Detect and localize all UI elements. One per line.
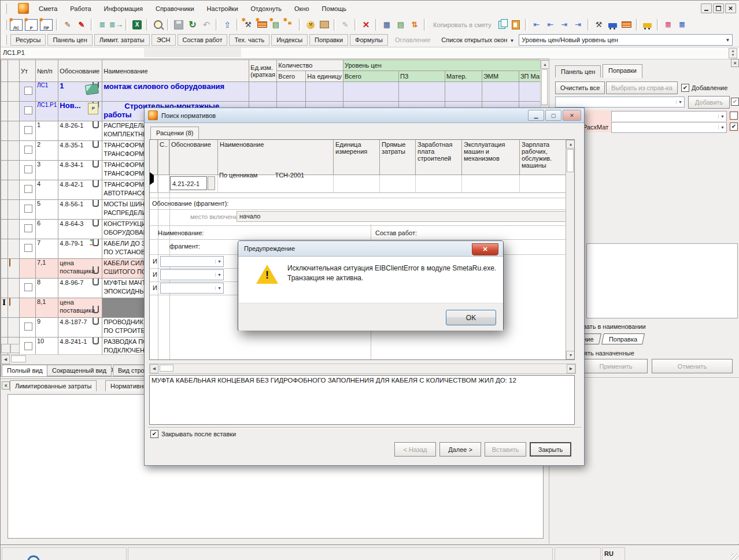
work-price-icon[interactable]: ⚒: [304, 18, 317, 31]
menu-item[interactable]: Справочники: [149, 3, 201, 14]
adding-checkbox[interactable]: ✔: [681, 84, 689, 92]
panel-tab[interactable]: Оглавление: [390, 34, 435, 46]
choose-from-reference-button[interactable]: Выбрать из справ-ка: [606, 81, 678, 94]
row-number[interactable]: ЛС1.Р1: [36, 102, 58, 121]
col-basis[interactable]: Обоснование: [169, 140, 218, 175]
calculator-icon[interactable]: ▦: [380, 18, 394, 31]
add-button[interactable]: Добавить: [688, 96, 730, 109]
new-section-button[interactable]: ✱Р: [25, 19, 38, 31]
include-place-field[interactable]: начало: [237, 211, 574, 222]
correction-combo[interactable]: ▼: [555, 97, 685, 107]
panel-tab[interactable]: ЭСН: [152, 34, 176, 46]
toolbar-grip[interactable]: [3, 20, 7, 30]
restore-icon[interactable]: [713, 3, 724, 13]
col-c[interactable]: С..: [158, 140, 169, 175]
col-price-level[interactable]: Уровень цен: [343, 60, 557, 71]
scroll-thumb[interactable]: [160, 365, 173, 372]
tab-price-panel[interactable]: Панель цен: [555, 65, 601, 77]
add-comment-icon[interactable]: ✱❝: [283, 18, 297, 31]
table-row[interactable]: I ЛС1 1 P +‒ монтаж силового оборудовани…: [1, 82, 557, 102]
insert-button[interactable]: Вставить: [485, 442, 526, 457]
row-number[interactable]: ЛС1: [36, 82, 58, 102]
row-number[interactable]: 3: [36, 161, 58, 180]
tab-limited-costs[interactable]: Лимитированные затраты: [10, 380, 97, 391]
tree-move-icon[interactable]: ≣→: [109, 18, 123, 31]
transport-icon[interactable]: [641, 18, 655, 31]
col-pl-pz[interactable]: ПЗ: [398, 71, 445, 82]
tab-full-view[interactable]: Полный вид: [2, 365, 48, 376]
row-name[interactable]: монтаж силового оборудования: [102, 82, 249, 102]
col-name[interactable]: Наименование: [218, 140, 334, 175]
maximize-icon[interactable]: ▢: [545, 110, 561, 121]
menu-item[interactable]: Помощь: [316, 3, 353, 14]
row-number[interactable]: 5: [36, 200, 58, 220]
condition-combo[interactable]: ▼: [160, 256, 224, 267]
scroll-down-icon[interactable]: ▼: [566, 351, 575, 359]
panel-tab[interactable]: Формулы: [350, 34, 388, 46]
indent-last-icon[interactable]: ⇥: [571, 18, 585, 31]
col-machines-operation[interactable]: Эксплуатация машин и механизмов: [462, 140, 520, 175]
condition-combo[interactable]: ▼: [160, 283, 224, 294]
search-icon[interactable]: [151, 18, 165, 31]
scroll-thumb[interactable]: [541, 69, 548, 105]
works-resource-icon[interactable]: ⚒: [592, 18, 606, 31]
col-unit[interactable]: Ед.изм. (краткая: [249, 60, 277, 82]
col-qty[interactable]: Количество: [277, 60, 343, 71]
add-material-icon[interactable]: ✱: [255, 18, 269, 31]
indent-left-icon[interactable]: ⇤: [544, 18, 557, 31]
rate-full-name-box[interactable]: МУФТА КАБЕЛЬНАЯ КОНЦЕВАЯ БЕЗ ГИДРОФОБНОГ…: [149, 375, 575, 425]
tab-rates[interactable]: Расценки (8): [150, 127, 199, 139]
scroll-right-icon[interactable]: ▶: [567, 364, 575, 373]
refresh-icon[interactable]: ↻: [186, 18, 199, 31]
dialog-horizontal-scrollbar[interactable]: ◀ ▶: [149, 364, 576, 374]
col-builders-wage[interactable]: Заработная плата строителей: [416, 140, 462, 175]
close-after-insert-checkbox[interactable]: ✔: [150, 430, 158, 438]
col-operators-wage[interactable]: Зарплата рабочих, обслужив. машины: [520, 140, 566, 175]
panel-tab[interactable]: Панель цен: [47, 34, 92, 46]
dialog-titlebar[interactable]: Поиск нормативов ▁ ▢ ✕: [145, 108, 584, 123]
basis-edit-field[interactable]: 4.21-22-1: [170, 176, 207, 190]
scroll-up-icon[interactable]: ▲: [566, 140, 575, 149]
undo-icon[interactable]: ↶: [199, 18, 213, 31]
tree-structure-icon[interactable]: ≣: [95, 18, 109, 31]
panel-tab[interactable]: Поправки: [309, 34, 348, 46]
close-panel-icon[interactable]: ✕: [2, 381, 10, 390]
tab-short-view[interactable]: Сокращенный вид: [47, 365, 112, 376]
row-number[interactable]: 2: [36, 141, 58, 161]
save-icon[interactable]: [172, 18, 186, 31]
tab-correction[interactable]: Поправка: [601, 333, 645, 344]
panel-tab[interactable]: Состав работ: [178, 34, 228, 46]
row-number[interactable]: 8,1: [36, 298, 58, 318]
close-button[interactable]: Закрыть: [530, 442, 571, 457]
delete-icon[interactable]: ✕: [359, 18, 373, 31]
col-pl-total[interactable]: Всего: [343, 71, 398, 82]
row-number[interactable]: 6: [36, 220, 58, 239]
corrections-list[interactable]: [586, 243, 738, 318]
edit-table-icon[interactable]: ✎: [61, 18, 75, 31]
col-direct-costs[interactable]: Прямые затраты: [380, 140, 416, 175]
machines-resource-icon[interactable]: [606, 18, 620, 31]
col-qty-total[interactable]: Всего: [277, 71, 306, 82]
menu-item[interactable]: Отдохнуть: [245, 3, 289, 14]
formula-cell[interactable]: [144, 48, 241, 57]
panel-tab[interactable]: Тех. часть: [229, 34, 269, 46]
row-number[interactable]: 1: [36, 121, 58, 141]
minimize-icon[interactable]: ▁: [528, 110, 544, 121]
indent-right-icon[interactable]: ⇥: [557, 18, 571, 31]
excel-export-icon[interactable]: X: [130, 18, 144, 31]
menu-item[interactable]: Работа: [64, 3, 97, 14]
apply-button[interactable]: Применить: [584, 359, 648, 373]
next-button[interactable]: Далее >: [439, 442, 481, 457]
cancel-button[interactable]: Отменить: [652, 359, 733, 373]
ok-button[interactable]: OK: [446, 310, 496, 325]
toolbar-grip[interactable]: [3, 35, 7, 45]
correction-value-combo[interactable]: ▼: [611, 122, 727, 133]
panel-tab[interactable]: Лимит. затраты: [94, 34, 150, 46]
col-basis[interactable]: Обоснование: [58, 60, 102, 82]
back-button[interactable]: < Назад: [394, 442, 436, 457]
rates-table-row[interactable]: 4.21-22-1 По ценникам ТСН-2001: [150, 175, 574, 193]
close-icon[interactable]: [725, 3, 736, 13]
materials-resource-icon[interactable]: [620, 18, 634, 31]
add-work-icon[interactable]: ✱⚒: [241, 18, 255, 31]
col-name[interactable]: Наименование: [102, 60, 249, 82]
